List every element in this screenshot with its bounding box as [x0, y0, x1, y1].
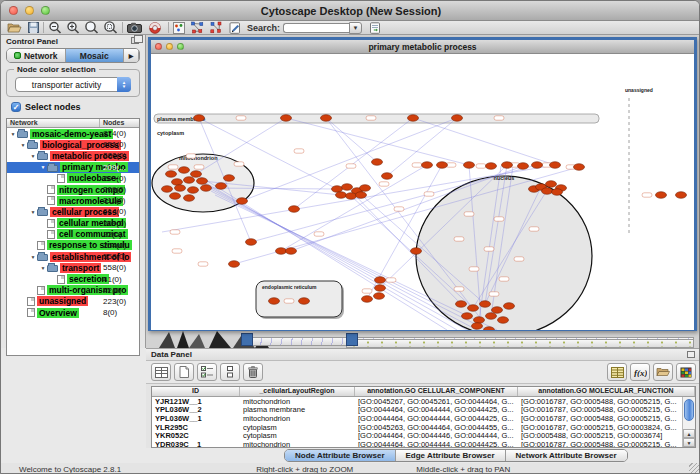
tree-row-unassigned[interactable]: unassigned223(0)	[7, 296, 139, 307]
tab-network-attribute-browser[interactable]: Network Attribute Browser	[506, 450, 627, 461]
network-node[interactable]	[532, 162, 543, 169]
network-node[interactable]	[676, 192, 687, 199]
network-node[interactable]	[289, 206, 300, 213]
network-node[interactable]	[194, 115, 205, 122]
layout-network-2-button[interactable]	[209, 21, 223, 34]
network-node[interactable]	[452, 115, 463, 122]
select-attributes-button[interactable]	[197, 363, 217, 381]
network-node[interactable]	[498, 317, 509, 324]
network-node[interactable]	[492, 307, 503, 314]
tree-row-secretion[interactable]: secretion41(0)	[7, 273, 139, 284]
network-node[interactable]	[191, 171, 202, 178]
tree-row-multi-organism-pro[interactable]: multi-organism pro42(0)	[7, 285, 139, 296]
network-node[interactable]	[502, 162, 513, 169]
tree-row-metabolic-process[interactable]: ▼metabolic process280(0)	[7, 150, 139, 161]
network-node[interactable]	[276, 248, 287, 255]
tree-row-cellular-metabol[interactable]: cellular metabol209(0)	[7, 218, 139, 229]
node-color-dropdown[interactable]: transporter activity ▲▼	[15, 77, 131, 92]
network-node[interactable]	[224, 175, 235, 182]
snapshot-button[interactable]	[127, 21, 142, 34]
network-node[interactable]	[179, 167, 190, 174]
tab-edge-attribute-browser[interactable]: Edge Attribute Browser	[396, 450, 506, 461]
network-node[interactable]	[372, 159, 383, 166]
network-node[interactable]	[456, 301, 467, 308]
network-node[interactable]	[464, 162, 475, 169]
network-node[interactable]	[184, 195, 195, 202]
annotation-button[interactable]	[173, 21, 185, 34]
background-window-corner[interactable]	[241, 333, 253, 346]
network-node[interactable]	[321, 115, 332, 122]
table-scrollbar[interactable]: ▲ ▼	[682, 397, 695, 447]
float-data-panel-icon[interactable]	[687, 351, 695, 358]
tree-row-transport[interactable]: ▼transport558(0)	[7, 262, 139, 273]
network-node[interactable]	[175, 185, 186, 192]
unselect-attributes-button[interactable]	[220, 363, 240, 381]
attribute-matrix-button[interactable]	[676, 363, 696, 381]
network-node[interactable]	[346, 193, 357, 200]
table-row[interactable]: YKR052Ccytoplasm[GO:0044464, GO:0044446,…	[152, 431, 695, 440]
select-nodes-checkbox[interactable]: ✓	[11, 102, 21, 112]
tree-row-cell-communicat[interactable]: cell communicat22(0)	[7, 229, 139, 240]
network-node[interactable]	[336, 192, 347, 199]
network-node[interactable]	[281, 115, 292, 122]
column-header-2[interactable]: annotation.GO CELLULAR_COMPONENT	[355, 387, 518, 396]
tree-row-cellular-process[interactable]: ▼cellular process614(0)	[7, 206, 139, 217]
expand-triangle-icon[interactable]: ▼	[39, 265, 47, 271]
table-row[interactable]: YJR121W__1mitochondrion[GO:0045267, GO:0…	[152, 397, 695, 406]
tree-row-primary-metabo[interactable]: ▼primary metabo209(...	[7, 162, 139, 173]
column-header-3[interactable]: annotation.GO MOLECULAR_FUNCTION	[518, 387, 695, 396]
zoom-out-button[interactable]	[48, 21, 62, 34]
resize-grip[interactable]	[689, 463, 699, 473]
network-node[interactable]	[342, 184, 353, 191]
table-row[interactable]: YPL036W__1mitochondrion[GO:0044464, GO:0…	[152, 414, 695, 423]
network-node[interactable]	[184, 177, 195, 184]
background-window-corner[interactable]	[346, 333, 358, 346]
scroll-up-button[interactable]: ▲	[683, 429, 695, 438]
create-attribute-button[interactable]	[174, 363, 194, 381]
expand-triangle-icon[interactable]: ▼	[29, 209, 37, 215]
help-button[interactable]	[149, 21, 161, 34]
network-edge[interactable]	[286, 118, 469, 165]
layout-network-1-button[interactable]	[190, 21, 204, 34]
column-header-1[interactable]: _cellularLayoutRegion	[240, 387, 355, 396]
network-node[interactable]	[504, 303, 515, 310]
network-node[interactable]	[437, 162, 448, 169]
delete-attribute-button[interactable]	[243, 363, 263, 381]
tree-col-nodes[interactable]: Nodes	[100, 119, 139, 127]
zoom-in-button[interactable]	[66, 21, 80, 34]
zoom-fit-button[interactable]	[84, 21, 99, 34]
tab-scroll-right-button[interactable]: ▶	[124, 49, 139, 62]
plasma-membrane-region[interactable]	[154, 114, 599, 123]
import-attributes-button[interactable]	[653, 363, 673, 381]
function-builder-button[interactable]: f(x)	[630, 363, 650, 381]
float-panel-icon[interactable]	[131, 37, 139, 44]
search-dropdown-arrow[interactable]: ▼	[349, 22, 362, 34]
network-node[interactable]	[162, 186, 173, 193]
tree-row-mosaic-demo-yeast[interactable]: ▼mosaic-demo-yeast874(0)	[7, 128, 139, 139]
table-row[interactable]: YLR295Ccytoplasm[GO:0045263, GO:0044464,…	[152, 423, 695, 432]
network-node[interactable]	[374, 293, 385, 300]
expand-triangle-icon[interactable]: ▼	[9, 131, 17, 137]
save-session-button[interactable]	[28, 21, 39, 34]
tree-row-response-to-stimulu[interactable]: response to stimulu264(0)	[7, 240, 139, 251]
tree-col-network[interactable]: Network	[7, 119, 100, 127]
network-node[interactable]	[550, 162, 561, 169]
network-node[interactable]	[201, 185, 212, 192]
network-node[interactable]	[269, 298, 280, 305]
window-titlebar[interactable]: Cytoscape Desktop (New Session)	[1, 1, 700, 21]
network-node[interactable]	[216, 183, 227, 190]
network-node[interactable]	[362, 296, 373, 303]
network-node[interactable]	[542, 188, 553, 195]
network-node[interactable]	[360, 185, 371, 192]
column-header-0[interactable]: ID	[152, 387, 240, 396]
zoom-selected-button[interactable]	[103, 21, 118, 34]
network-node[interactable]	[332, 186, 343, 193]
network-node[interactable]	[197, 178, 208, 185]
network-node[interactable]	[375, 277, 386, 284]
tree-row-nucleobase-[interactable]: nucleobase-209(0)	[7, 173, 139, 184]
network-node[interactable]	[552, 189, 563, 196]
tab-node-attribute-browser[interactable]: Node Attribute Browser	[285, 450, 396, 461]
network-node[interactable]	[299, 298, 310, 305]
tab-network[interactable]: Network	[7, 49, 66, 62]
network-node[interactable]	[472, 323, 483, 330]
